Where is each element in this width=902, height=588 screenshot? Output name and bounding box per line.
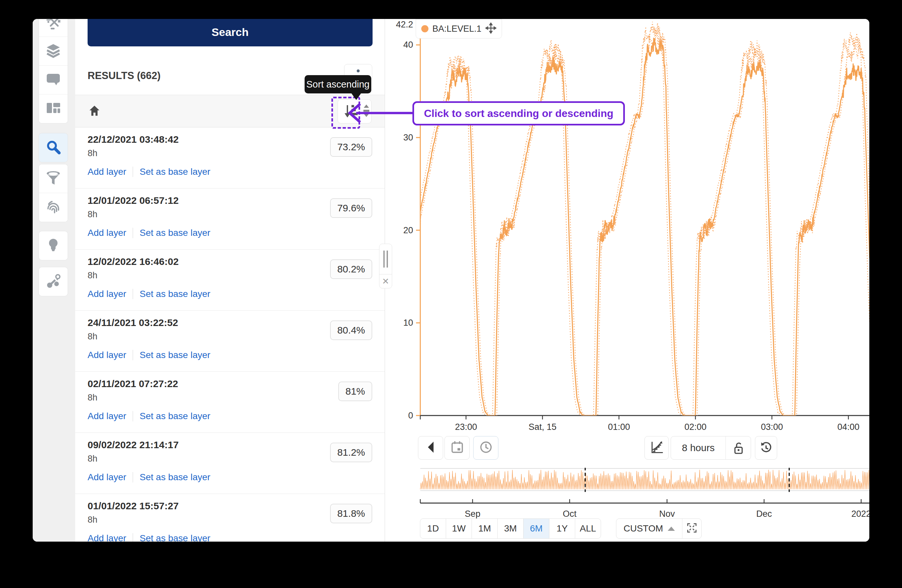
add-layer-link[interactable]: Add layer — [88, 472, 126, 483]
sidebar-item-filter[interactable] — [39, 164, 67, 193]
history-button[interactable] — [755, 436, 777, 460]
search-button[interactable]: Search — [88, 19, 373, 46]
range-button-1m[interactable]: 1M — [471, 518, 498, 539]
set-base-layer-link[interactable]: Set as base layer — [139, 472, 210, 483]
range-button-6m[interactable]: 6M — [523, 518, 550, 539]
sidebar-item-dashboard[interactable] — [39, 94, 67, 123]
score-badge: 81.2% — [330, 443, 372, 462]
result-date: 12/02/2022 16:46:02 — [88, 256, 179, 267]
y-axis-label: 30 — [403, 133, 413, 142]
range-button-1d[interactable]: 1D — [420, 518, 446, 539]
result-row: 01/01/2022 15:57:27 8h Add layer Set as … — [75, 494, 385, 542]
sort-tooltip: Sort ascending — [305, 75, 371, 94]
time-picker-button[interactable] — [473, 436, 498, 460]
link-divider — [133, 472, 133, 483]
sidebar-item-comments[interactable] — [39, 66, 67, 94]
calendar-icon — [450, 440, 464, 456]
range-button-1w[interactable]: 1W — [446, 518, 472, 539]
series-dotted — [420, 22, 869, 416]
chevron-left-icon — [424, 440, 438, 456]
panel-divider: ✕ — [379, 244, 392, 288]
chart-panel: BA:LEVEL.1 01020304042.223:00Sat, 1501:0… — [385, 19, 869, 542]
y-axis-label: 10 — [403, 318, 413, 328]
set-base-layer-link[interactable]: Set as base layer — [139, 167, 210, 177]
results-header: RESULTS (662) — [88, 70, 160, 82]
range-button-all[interactable]: ALL — [575, 518, 601, 539]
x-axis-label: 01:00 — [608, 422, 630, 432]
x-axis-label: 23:00 — [455, 422, 477, 432]
sidebar-item-fingerprint[interactable] — [39, 193, 67, 222]
clock-icon — [479, 440, 493, 456]
x-axis-label: Sat, 15 — [528, 422, 557, 432]
link-divider — [133, 350, 133, 360]
sidebar-item-search[interactable] — [39, 133, 67, 162]
add-layer-link[interactable]: Add layer — [88, 411, 126, 421]
nodes-icon — [45, 273, 61, 290]
chart-type-button[interactable] — [644, 436, 669, 460]
score-badge: 81.8% — [330, 504, 372, 523]
series-color-dot — [421, 25, 428, 32]
result-date: 09/02/2022 21:14:17 — [88, 439, 179, 450]
main-chart[interactable]: 01020304042.223:00Sat, 1501:0002:0003:00… — [385, 19, 869, 434]
history-icon — [759, 440, 773, 456]
divider-drag-handle[interactable] — [379, 244, 392, 274]
custom-range-group: CUSTOM — [616, 518, 702, 539]
link-divider — [133, 289, 133, 299]
timeline-label: Oct — [563, 509, 577, 519]
timeline-label: Nov — [659, 509, 675, 519]
app-window: Search RESULTS (662) — [33, 19, 869, 542]
set-base-layer-link[interactable]: Set as base layer — [139, 289, 210, 299]
y-axis-label: 0 — [408, 411, 413, 421]
lock-icon[interactable] — [725, 436, 751, 459]
screenshot-stage: Search RESULTS (662) — [0, 0, 902, 588]
y-axis-label: 42.2 — [396, 20, 413, 30]
result-duration: 8h — [88, 210, 97, 219]
result-row: 12/02/2022 16:46:02 8h Add layer Set as … — [75, 250, 385, 311]
set-base-layer-link[interactable]: Set as base layer — [139, 533, 210, 542]
fingerprint-icon — [45, 199, 61, 216]
caret-up-icon — [668, 527, 675, 531]
collapse-left-button[interactable] — [418, 436, 443, 460]
timeline-label: Dec — [756, 509, 772, 519]
result-row: 24/11/2021 03:22:52 8h Add layer Set as … — [75, 311, 385, 372]
sidebar-item-formula[interactable] — [39, 19, 67, 37]
add-layer-link[interactable]: Add layer — [88, 350, 126, 360]
timeline-label: 2022 — [851, 509, 869, 519]
range-button-1y[interactable]: 1Y — [549, 518, 575, 539]
link-divider — [133, 533, 133, 542]
layers-icon — [45, 43, 61, 60]
expand-button[interactable] — [682, 519, 702, 538]
close-icon: ✕ — [382, 276, 389, 286]
add-layer-link[interactable]: Add layer — [88, 167, 126, 177]
result-date: 01/01/2022 15:57:27 — [88, 500, 179, 511]
chart-legend[interactable]: BA:LEVEL.1 — [416, 19, 502, 39]
add-layer-link[interactable]: Add layer — [88, 533, 126, 542]
sidebar-item-insights[interactable] — [39, 231, 67, 260]
series-dotted — [420, 31, 869, 416]
result-row: 02/11/2021 07:27:22 8h Add layer Set as … — [75, 372, 385, 433]
score-badge: 81% — [338, 382, 372, 401]
dashboard-icon — [45, 100, 61, 117]
sidebar-item-layers[interactable] — [39, 37, 67, 66]
annotation-arrow — [340, 97, 418, 133]
set-base-layer-link[interactable]: Set as base layer — [139, 411, 210, 421]
add-layer-link[interactable]: Add layer — [88, 289, 126, 299]
navigator-series — [420, 470, 869, 489]
range-button-3m[interactable]: 3M — [497, 518, 523, 539]
score-badge: 80.2% — [330, 260, 372, 279]
home-icon[interactable] — [88, 105, 101, 119]
x-axis-label: 04:00 — [837, 422, 860, 432]
add-layer-link[interactable]: Add layer — [88, 228, 126, 238]
divider-close-button[interactable]: ✕ — [379, 274, 392, 288]
move-icon[interactable] — [485, 22, 496, 35]
sidebar-item-relations[interactable] — [39, 267, 67, 296]
formula-icon — [45, 19, 61, 31]
custom-range-button[interactable]: CUSTOM — [616, 519, 682, 538]
set-base-layer-link[interactable]: Set as base layer — [139, 228, 210, 238]
sidebar — [33, 19, 75, 542]
result-row: 12/01/2022 06:57:12 8h Add layer Set as … — [75, 189, 385, 250]
lightbulb-icon — [45, 237, 61, 254]
date-picker-button[interactable] — [445, 436, 470, 460]
interval-button[interactable]: 8 hours — [670, 436, 751, 460]
set-base-layer-link[interactable]: Set as base layer — [139, 350, 210, 360]
